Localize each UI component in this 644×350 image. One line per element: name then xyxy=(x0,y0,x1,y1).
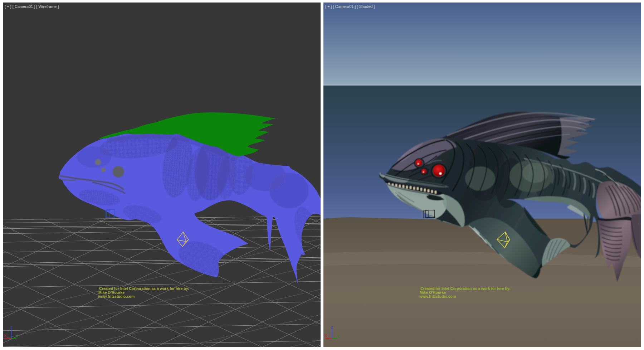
svg-text:www.fritzstudio.com: www.fritzstudio.com xyxy=(98,294,135,298)
svg-text:Z: Z xyxy=(10,326,13,329)
svg-text:Y: Y xyxy=(337,334,339,338)
svg-text:Y: Y xyxy=(16,334,18,338)
svg-text:X: X xyxy=(4,334,6,337)
svg-text:www.fritzstudio.com: www.fritzstudio.com xyxy=(419,294,456,298)
svg-text:X: X xyxy=(325,334,327,337)
svg-text:Z: Z xyxy=(331,326,333,329)
